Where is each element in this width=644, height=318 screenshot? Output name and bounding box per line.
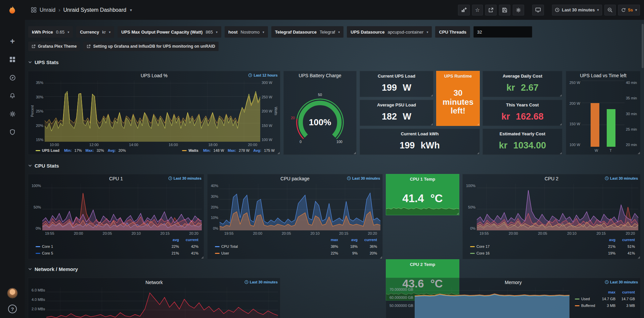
legend-row: Core 17 21% 51% <box>470 243 635 250</box>
clock-icon <box>605 176 609 180</box>
variable-host[interactable]: host Nostromo ▾ <box>225 26 268 38</box>
variable-value[interactable]: apcupsd-container <box>387 30 423 35</box>
series-label[interactable]: UPS Load <box>42 148 59 152</box>
cpu-threads-input[interactable] <box>473 26 532 38</box>
star-button[interactable]: ☆ <box>472 5 483 15</box>
series-label[interactable]: User <box>221 251 229 255</box>
x-axis: 19:5520:0020:05 20:1020:1520:20 <box>30 230 202 235</box>
stat-estimated-yearly-cost: Estimated Yearly Cost kr 1034.00 <box>482 129 562 155</box>
y-axis-right: 40 min35 min 30 min25 min 20 min <box>625 81 638 147</box>
panel-time-override[interactable]: Last 30 minutes <box>605 176 638 180</box>
stat-title[interactable]: Average Daily Cost <box>483 74 562 79</box>
create-button[interactable]: + <box>7 36 18 47</box>
series-label[interactable]: CPU Total <box>221 244 238 248</box>
panel-time-override[interactable]: Last 30 minutes <box>347 176 380 180</box>
series-marker <box>36 246 40 247</box>
scrollbar-thumb[interactable] <box>642 24 644 68</box>
panel-title[interactable]: CPU package <box>280 176 309 181</box>
variable-value[interactable]: kr <box>102 30 106 35</box>
time-series-chart <box>46 287 278 318</box>
chevron-down-icon <box>28 268 32 270</box>
variable-currency[interactable]: Currency kr ▾ <box>76 26 114 38</box>
variable-label: UPS Datasource <box>351 30 384 35</box>
dashboard-settings-button[interactable] <box>513 5 524 15</box>
panel-time-override[interactable]: Last 12 hours <box>248 73 278 77</box>
panel-title[interactable]: UPS Battery Charge <box>299 73 341 78</box>
variable-value[interactable]: 865 <box>205 30 213 35</box>
series-label[interactable]: Used <box>581 297 590 301</box>
variable-label: Telegraf Datasource <box>275 30 317 35</box>
dashboards-grid-icon <box>31 7 37 13</box>
zoom-out-button[interactable] <box>604 5 616 15</box>
configuration-button[interactable] <box>7 108 18 120</box>
breadcrumb-folder[interactable]: Unraid <box>40 7 55 13</box>
variable-value[interactable]: 0.65 <box>56 30 64 35</box>
variable-label: kWh Price <box>32 30 53 35</box>
stat-title[interactable]: Current UPS Load <box>360 74 433 79</box>
link-ups-monitoring-guide[interactable]: Setting up Grafana and InfluxDB for UPS … <box>83 42 218 51</box>
series-marker <box>215 246 220 247</box>
variable-value[interactable]: Nostromo <box>241 30 260 35</box>
cycle-view-mode-button[interactable] <box>532 5 544 15</box>
panel-title[interactable]: Network <box>145 280 163 285</box>
row-header-ups-stats[interactable]: UPS Stats <box>28 58 59 66</box>
stat-title[interactable]: Average PSU Load <box>360 102 433 107</box>
variable-value[interactable]: Telegraf <box>320 30 335 35</box>
alerting-button[interactable] <box>7 90 18 101</box>
panel-time-override[interactable]: Last 30 minutes <box>605 280 638 284</box>
stat-title[interactable]: Estimated Yearly Cost <box>483 131 562 136</box>
time-range-picker[interactable]: Last 30 minutes ▾ <box>552 5 602 15</box>
top-navigation: Unraid › Unraid System Dashboard ▾ ☆ <box>25 0 644 20</box>
clock-icon <box>168 176 172 180</box>
stat-title[interactable]: Current Load kWh <box>360 131 479 136</box>
stat-title[interactable]: UPS Runtime <box>436 74 479 79</box>
series-label[interactable]: Core 17 <box>476 244 490 248</box>
variable-kwh-price[interactable]: kWh Price 0.65 ▾ <box>28 26 73 38</box>
link-grafana-plex-theme[interactable]: Grafana Plex Theme <box>28 42 80 51</box>
stat-title[interactable]: This Years Cost <box>483 102 562 107</box>
share-button[interactable] <box>485 5 497 15</box>
explore-button[interactable] <box>7 72 18 83</box>
save-button[interactable] <box>499 5 510 15</box>
server-admin-button[interactable] <box>7 126 18 138</box>
user-avatar[interactable] <box>7 288 18 299</box>
series-label[interactable]: Core 1 <box>42 244 53 248</box>
help-button[interactable]: ? <box>8 305 17 313</box>
panel-title[interactable]: CPU 2 <box>545 176 558 181</box>
series-label[interactable]: Watts <box>188 148 198 152</box>
add-panel-button[interactable] <box>458 5 470 15</box>
y-axis-left: 6.0 MBs4.0 MBs2.0 MBs <box>30 287 46 318</box>
panel-ups-battery-charge: UPS Battery Charge 02050100100% <box>283 71 357 155</box>
legend-row: Core 16 19% 41% <box>470 250 635 257</box>
panel-time-override[interactable]: Last 30 minutes <box>244 280 278 284</box>
variable-ups-max-output[interactable]: UPS Max Output Power Capacity (Watt) 865… <box>118 26 221 38</box>
refresh-picker[interactable]: 5s ▾ <box>618 5 640 15</box>
chevron-down-icon: ▾ <box>67 30 69 34</box>
series-label[interactable]: Core 5 <box>42 251 53 255</box>
dashboard-title[interactable]: Unraid System Dashboard <box>63 7 126 13</box>
panel-title[interactable]: UPS Load % <box>141 73 168 78</box>
chevron-down-icon[interactable]: ▾ <box>130 8 132 12</box>
stat-title[interactable]: CPU 2 Temp <box>386 262 459 267</box>
series-label[interactable]: Core 16 <box>476 251 490 255</box>
stat-value: 30 minutes left! <box>436 79 479 126</box>
dashboards-button[interactable] <box>7 54 18 65</box>
template-variables-row: kWh Price 0.65 ▾ Currency kr ▾ UPS Max O… <box>28 26 639 38</box>
grafana-logo[interactable] <box>5 3 20 18</box>
question-icon: ? <box>11 306 14 312</box>
series-label[interactable]: Buffered <box>581 304 595 308</box>
panel-title[interactable]: CPU 1 <box>109 176 123 181</box>
panel-time-override[interactable]: Last 30 minutes <box>168 176 201 180</box>
row-header-network-memory[interactable]: Network / Memory <box>28 265 78 273</box>
chevron-down-icon: ▾ <box>426 30 428 34</box>
variable-ups-datasource[interactable]: UPS Datasource apcupsd-container ▾ <box>347 26 432 38</box>
series-marker <box>470 253 475 254</box>
stat-title[interactable]: CPU 1 Temp <box>386 177 459 182</box>
time-series-chart <box>415 287 569 318</box>
legend-table: avg current Core 1 22% 42% Core 5 21% 41… <box>30 235 202 257</box>
bar-watts <box>591 103 599 147</box>
panel-title[interactable]: UPS Load vs Time left <box>580 73 627 78</box>
variable-telegraf-datasource[interactable]: Telegraf Datasource Telegraf ▾ <box>271 26 343 38</box>
row-header-cpu-stats[interactable]: CPU Stats <box>28 162 59 170</box>
panel-title[interactable]: Memory <box>505 280 522 285</box>
